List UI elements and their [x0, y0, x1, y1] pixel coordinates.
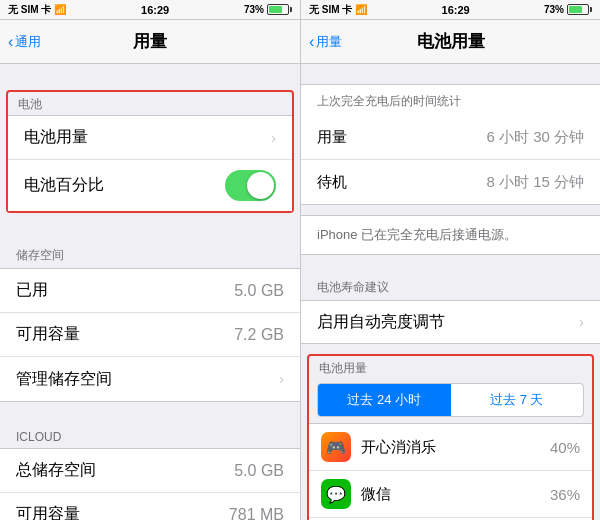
left-status-time: 16:29 — [141, 4, 169, 16]
toggle-knob — [247, 172, 274, 199]
right-battery-body — [567, 4, 589, 15]
charge-usage-value: 6 小时 30 分钟 — [486, 128, 584, 147]
right-nav-title: 电池用量 — [417, 30, 485, 53]
left-content: 电池 电池用量 › 电池百分比 — [0, 64, 300, 520]
app-name-1: 微信 — [361, 485, 550, 504]
app-item-1: 💬 微信 36% — [309, 471, 592, 518]
storage-manage-label: 管理储存空间 — [16, 369, 112, 390]
battery-usage-chevron: › — [271, 130, 276, 146]
battery-icon-right — [567, 4, 592, 15]
battery-usage-label: 电池用量 — [24, 127, 88, 148]
app-name-0: 开心消消乐 — [361, 438, 550, 457]
icloud-available-item: 可用容量 781 MB — [0, 493, 300, 520]
left-back-label: 通用 — [15, 33, 41, 51]
icloud-available-label: 可用容量 — [16, 504, 80, 520]
app-icon-0: 🎮 — [321, 432, 351, 462]
charge-message: iPhone 已在完全充电后接通电源。 — [301, 215, 600, 255]
storage-available-item: 可用容量 7.2 GB — [0, 313, 300, 357]
battery-section-header: 电池 — [8, 92, 292, 115]
charge-stats-header: 上次完全充电后的时间统计 — [301, 85, 600, 116]
right-back-label: 用量 — [316, 33, 342, 51]
battery-percent-toggle[interactable] — [225, 170, 276, 201]
charge-standby-label: 待机 — [317, 173, 347, 192]
right-back-button[interactable]: ‹ 用量 — [309, 33, 342, 51]
storage-used-item: 已用 5.0 GB — [0, 269, 300, 313]
battery-percent-toggle-container — [225, 170, 276, 201]
storage-used-label: 已用 — [16, 280, 48, 301]
battery-usage-item[interactable]: 电池用量 › — [8, 116, 292, 160]
right-back-chevron: ‹ — [309, 33, 314, 51]
top-spacer — [0, 64, 300, 84]
right-nav-bar: ‹ 用量 电池用量 — [301, 20, 600, 64]
right-panel: 无 SIM 卡 📶 16:29 73% ‹ 用量 电池用量 上次完全充电后的时间… — [300, 0, 600, 520]
storage-spacer — [0, 219, 300, 239]
icloud-available-value: 781 MB — [229, 506, 284, 521]
right-status-bar: 无 SIM 卡 📶 16:29 73% — [301, 0, 600, 20]
battery-tab-bar: 过去 24 小时 过去 7 天 — [317, 383, 584, 417]
charge-standby-row: 待机 8 小时 15 分钟 — [301, 160, 600, 204]
storage-available-value: 7.2 GB — [234, 326, 284, 344]
icloud-section: ICLOUD 总储存空间 5.0 GB 可用容量 781 MB 管理储存空间 › — [0, 422, 300, 520]
battery-tip — [290, 7, 292, 12]
charge-usage-label: 用量 — [317, 128, 347, 147]
app-list: 🎮 开心消消乐 40% 💬 微信 36% 🐧 QQ 14% — [309, 423, 592, 520]
right-carrier-text: 无 SIM 卡 — [309, 3, 352, 17]
tab-24h[interactable]: 过去 24 小时 — [318, 384, 451, 416]
storage-list-group: 已用 5.0 GB 可用容量 7.2 GB 管理储存空间 › — [0, 268, 300, 402]
battery-percent-right: 73% — [544, 4, 564, 15]
battery-percent-left: 73% — [244, 4, 264, 15]
left-back-button[interactable]: ‹ 通用 — [8, 33, 41, 51]
advice-section: 电池寿命建议 启用自动亮度调节 › — [301, 271, 600, 344]
charge-standby-value: 8 小时 15 分钟 — [486, 173, 584, 192]
tab-7d[interactable]: 过去 7 天 — [451, 384, 584, 416]
icloud-list-group: 总储存空间 5.0 GB 可用容量 781 MB 管理储存空间 › — [0, 448, 300, 520]
battery-percent-item: 电池百分比 — [8, 160, 292, 211]
right-battery-tip — [590, 7, 592, 12]
charge-stats-section: 上次完全充电后的时间统计 用量 6 小时 30 分钟 待机 8 小时 15 分钟 — [301, 84, 600, 205]
storage-manage-value: › — [279, 371, 284, 387]
right-content: 上次完全充电后的时间统计 用量 6 小时 30 分钟 待机 8 小时 15 分钟… — [301, 64, 600, 520]
advice-chevron: › — [579, 314, 584, 330]
right-battery-fill — [569, 6, 582, 13]
right-top-spacer — [301, 64, 600, 84]
storage-manage-chevron: › — [279, 371, 284, 387]
battery-icon-left — [267, 4, 292, 15]
battery-body — [267, 4, 289, 15]
icloud-total-item: 总储存空间 5.0 GB — [0, 449, 300, 493]
right-status-right: 73% — [544, 4, 592, 15]
charge-usage-row: 用量 6 小时 30 分钟 — [301, 116, 600, 160]
app-percent-1: 36% — [550, 486, 580, 503]
icloud-spacer — [0, 402, 300, 422]
battery-usage-section-header: 电池用量 — [309, 356, 592, 379]
storage-manage-item[interactable]: 管理储存空间 › — [0, 357, 300, 401]
advice-item-label: 启用自动亮度调节 — [317, 312, 445, 333]
storage-section-header: 储存空间 — [0, 239, 300, 268]
battery-fill — [269, 6, 282, 13]
left-status-right: 73% — [244, 4, 292, 15]
left-nav-title: 用量 — [133, 30, 167, 53]
icloud-total-label: 总储存空间 — [16, 460, 96, 481]
left-nav-bar: ‹ 通用 用量 — [0, 20, 300, 64]
advice-item[interactable]: 启用自动亮度调节 › — [301, 300, 600, 344]
left-status-carrier: 无 SIM 卡 📶 — [8, 3, 66, 17]
right-wifi-icon: 📶 — [355, 4, 367, 15]
advice-header: 电池寿命建议 — [301, 271, 600, 300]
right-status-carrier: 无 SIM 卡 📶 — [309, 3, 367, 17]
app-icon-1: 💬 — [321, 479, 351, 509]
left-back-chevron: ‹ — [8, 33, 13, 51]
battery-section-highlighted: 电池 电池用量 › 电池百分比 — [6, 90, 294, 213]
left-status-bar: 无 SIM 卡 📶 16:29 73% — [0, 0, 300, 20]
battery-list-group: 电池用量 › 电池百分比 — [8, 115, 292, 211]
storage-available-label: 可用容量 — [16, 324, 80, 345]
battery-usage-section: 电池用量 过去 24 小时 过去 7 天 🎮 开心消消乐 40% 💬 微信 36… — [307, 354, 594, 520]
battery-percent-label: 电池百分比 — [24, 175, 104, 196]
carrier-text: 无 SIM 卡 — [8, 3, 51, 17]
app-percent-0: 40% — [550, 439, 580, 456]
storage-used-value: 5.0 GB — [234, 282, 284, 300]
battery-usage-value: › — [271, 130, 276, 146]
app-item-0: 🎮 开心消消乐 40% — [309, 424, 592, 471]
icloud-section-header: ICLOUD — [0, 422, 300, 448]
right-status-time: 16:29 — [442, 4, 470, 16]
storage-section: 储存空间 已用 5.0 GB 可用容量 7.2 GB 管理储存空间 › — [0, 239, 300, 402]
icloud-total-value: 5.0 GB — [234, 462, 284, 480]
